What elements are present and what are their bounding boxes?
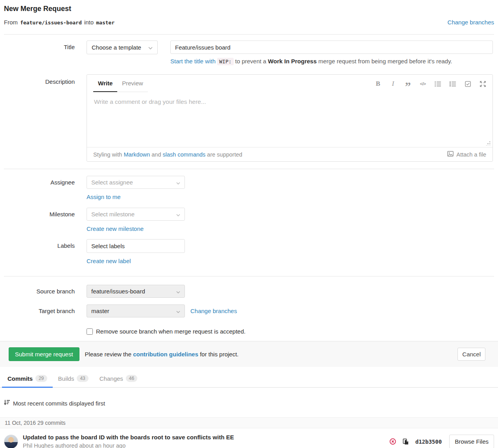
commits-day-header: 11 Oct, 2016 29 commits (0, 417, 498, 428)
cancel-button[interactable]: Cancel (457, 348, 485, 361)
assignee-label: Assignee (0, 176, 75, 186)
change-branches-link-form[interactable]: Change branches (190, 308, 237, 314)
assignee-row: Assignee Select assignee Assign to me (0, 176, 498, 200)
bullet-list-icon[interactable] (434, 80, 441, 87)
contribution-guidelines-link[interactable]: contribution guidelines (133, 351, 198, 358)
wip-hint-link[interactable]: Start the title with (170, 58, 216, 65)
code-icon[interactable]: </> (419, 80, 426, 87)
markdown-toolbar: B I ” </> (374, 75, 486, 92)
chevron-down-icon (148, 44, 153, 51)
remove-source-branch-checkbox[interactable] (87, 328, 93, 335)
change-branches-link-top[interactable]: Change branches (448, 19, 494, 26)
copy-sha-icon[interactable] (403, 439, 409, 445)
sort-descending-icon (4, 400, 10, 407)
markdown-support-note: Styling with Markdown and slash commands… (93, 151, 242, 158)
into-label: into (84, 19, 94, 26)
description-label: Description (0, 74, 75, 85)
section-divider (4, 169, 494, 169)
commit-title-link[interactable]: Updated to pass the board ID with the bo… (23, 433, 389, 441)
branch-summary: From feature/issues-board into master (4, 19, 115, 26)
fullscreen-icon[interactable] (479, 80, 486, 87)
image-attachment-icon (447, 151, 454, 158)
quote-icon[interactable]: ” (404, 80, 411, 87)
source-branch-name: feature/issues-board (19, 20, 83, 26)
changes-count-badge: 46 (126, 375, 137, 382)
source-branch-select[interactable]: feature/issues-board (87, 285, 185, 298)
chevron-down-icon (176, 288, 180, 295)
title-hint: Start the title with WIP: to prevent a W… (170, 58, 493, 65)
attach-file-button[interactable]: Attach a file (447, 151, 486, 158)
slash-commands-link[interactable]: slash commands (163, 151, 206, 158)
title-label: Title (0, 41, 75, 50)
assignee-select[interactable]: Select assignee (87, 176, 185, 189)
submit-merge-request-button[interactable]: Submit merge request (9, 347, 79, 361)
labels-input[interactable]: Select labels (87, 239, 185, 253)
commit-meta: Phil Hughes authored about an hour ago (23, 442, 389, 448)
source-branch-row: Source branch feature/issues-board (0, 285, 498, 298)
choose-template-label: Choose a template (92, 44, 141, 51)
review-guidelines-note: Please review the contribution guideline… (85, 351, 239, 358)
tab-preview[interactable]: Preview (117, 75, 148, 92)
merge-request-tabs: Commits 29 Builds 43 Changes 46 (0, 370, 498, 388)
commits-sort-note: Most recent commits displayed first (0, 400, 498, 407)
target-branch-select[interactable]: master (87, 304, 185, 317)
italic-icon[interactable]: I (389, 80, 397, 87)
browse-files-button[interactable]: Browse Files (449, 435, 494, 448)
commit-row: Updated to pass the board ID with the bo… (0, 428, 498, 448)
remove-source-branch-row: Remove source branch when merge request … (87, 328, 498, 335)
chevron-down-icon (176, 308, 180, 314)
markdown-footer: Styling with Markdown and slash commands… (87, 147, 492, 161)
assign-to-me-link[interactable]: Assign to me (87, 194, 121, 200)
markdown-link[interactable]: Markdown (124, 151, 150, 158)
labels-row: Labels Select labels Create new label (0, 239, 498, 264)
labels-label: Labels (0, 239, 75, 249)
from-label: From (4, 19, 18, 26)
description-row: Description Write Preview B I ” </> (0, 74, 498, 162)
create-new-milestone-link[interactable]: Create new milestone (87, 225, 144, 232)
markdown-editor: Write Preview B I ” </> (87, 74, 493, 162)
bold-icon[interactable]: B (374, 80, 382, 87)
choose-template-dropdown[interactable]: Choose a template (87, 41, 158, 54)
tab-changes[interactable]: Changes 46 (94, 370, 143, 387)
target-branch-name: master (95, 20, 115, 26)
description-textarea[interactable] (88, 93, 492, 146)
chevron-down-icon (176, 179, 180, 186)
title-row: Title Choose a template Start the title … (0, 41, 498, 65)
milestone-select[interactable]: Select milestone (87, 208, 185, 221)
commits-count-badge: 29 (35, 375, 47, 382)
builds-count-badge: 43 (77, 375, 88, 382)
source-branch-label: Source branch (0, 285, 75, 295)
create-new-label-link[interactable]: Create new label (87, 258, 131, 264)
target-branch-row: Target branch master Change branches (0, 304, 498, 317)
target-branch-label: Target branch (0, 304, 75, 314)
form-actions-bar: Submit merge request Please review the c… (0, 341, 498, 367)
chevron-down-icon (176, 211, 180, 218)
resize-grip[interactable] (486, 141, 490, 146)
numbered-list-icon[interactable] (449, 80, 456, 87)
milestone-row: Milestone Select milestone Create new mi… (0, 208, 498, 232)
milestone-label: Milestone (0, 208, 75, 218)
page-header: New Merge Request From feature/issues-bo… (0, 0, 498, 26)
task-list-icon[interactable] (464, 80, 471, 87)
tab-builds[interactable]: Builds 43 (53, 370, 94, 387)
new-merge-request-page: New Merge Request From feature/issues-bo… (0, 0, 498, 448)
ci-status-failed-icon[interactable] (389, 438, 396, 445)
attach-file-label: Attach a file (456, 151, 486, 158)
avatar[interactable] (4, 435, 18, 448)
tab-commits[interactable]: Commits 29 (2, 370, 53, 387)
commit-sha[interactable]: d12b3500 (415, 439, 442, 445)
remove-source-branch-label: Remove source branch when merge request … (96, 328, 245, 335)
tab-write[interactable]: Write (93, 75, 117, 92)
page-title: New Merge Request (4, 5, 494, 13)
wip-code: WIP: (217, 58, 233, 65)
header-divider (4, 34, 494, 35)
section-divider (4, 276, 494, 277)
title-input[interactable] (170, 41, 493, 54)
